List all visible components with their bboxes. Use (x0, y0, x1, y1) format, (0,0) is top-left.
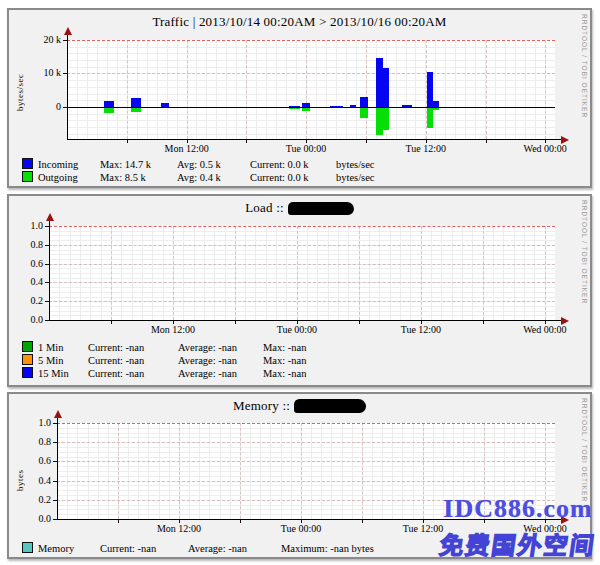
legend-average: Average: -nan (178, 342, 263, 353)
traffic-bar-incoming (376, 58, 383, 107)
x-tick-mark (359, 321, 360, 324)
major-gridline (49, 301, 555, 302)
gridline (57, 433, 555, 434)
gridline (336, 40, 337, 139)
gridline (226, 40, 227, 139)
y-tick-mark (45, 320, 49, 321)
gridline (57, 471, 555, 472)
legend-unit: bytes/sec (336, 159, 375, 170)
major-gridline (187, 40, 188, 139)
y-tick-mark (45, 301, 49, 302)
gridline (57, 457, 555, 458)
gridline (67, 67, 555, 68)
5min-swatch-icon (22, 354, 33, 365)
load-graph-panel: Load :: RRDTOOL / TOBI OETIKER Mon 12:00… (7, 194, 592, 387)
legend-current: Current: -nan (100, 543, 188, 554)
traffic-bar-outgoing (376, 107, 383, 135)
gridline (49, 259, 555, 260)
legend-row-memory: MemoryCurrent: -nanAverage: -nanMaximum:… (22, 542, 374, 554)
y-axis-arrow-icon (54, 410, 62, 418)
x-tick-mark (246, 140, 247, 143)
y-axis-line (57, 418, 58, 519)
legend-max: Max: -nan (263, 342, 306, 353)
major-gridline (545, 40, 546, 139)
y-tick-label: 0.2 (15, 494, 51, 505)
gridline (455, 40, 456, 139)
gridline (256, 40, 257, 139)
major-gridline (246, 40, 247, 139)
legend-row-outgoing: OutgoingMax: 8.5 kAvg: 0.4 kCurrent: 0.0… (22, 171, 375, 183)
gridline (346, 40, 347, 139)
y-tick-label: 0.4 (7, 276, 43, 287)
x-tick-label: Tue 12:00 (388, 324, 454, 335)
gridline (465, 40, 466, 139)
legend-average: Average: -nan (188, 543, 281, 554)
y-tick-mark (53, 481, 57, 482)
x-axis-line (67, 139, 562, 140)
major-gridline (111, 226, 112, 320)
gridline (137, 40, 138, 139)
x-tick-mark (127, 140, 128, 143)
legend-row-15min: 15 MinCurrent: -nanAverage: -nanMax: -na… (22, 367, 306, 379)
gridline (67, 60, 555, 61)
gridline (57, 485, 555, 486)
gridline (67, 134, 555, 135)
legend-series-name: 1 Min (38, 342, 88, 353)
gridline (445, 40, 446, 139)
15min-swatch-icon (22, 367, 33, 378)
legend-avg: Avg: 0.5 k (177, 159, 250, 170)
legend-current: Current: 0.0 k (250, 172, 336, 183)
gridline (505, 40, 506, 139)
major-gridline (297, 226, 298, 320)
traffic-bar-incoming (131, 98, 141, 107)
y-tick-mark (53, 442, 57, 443)
y-tick-label: 1.0 (7, 220, 43, 231)
legend-current: Current: -nan (88, 342, 178, 353)
gridline (286, 40, 287, 139)
memory-title-text: Memory :: (233, 398, 290, 414)
major-gridline (486, 40, 487, 139)
gridline (107, 40, 108, 139)
y-tick-mark (63, 107, 67, 108)
y-tick-mark (45, 245, 49, 246)
major-gridline (366, 40, 367, 139)
gridline (495, 40, 496, 139)
major-gridline (127, 40, 128, 139)
gridline (356, 40, 357, 139)
watermark-site-text: IDC886.com (440, 494, 596, 524)
major-gridline (57, 461, 555, 462)
y-tick-label: 0.6 (7, 258, 43, 269)
watermark: IDC886.com 免费国外空间 (440, 494, 596, 561)
major-gridline (545, 226, 546, 320)
y-tick-mark (53, 519, 57, 520)
memory-graph-title: Memory :: (9, 398, 590, 414)
gridline (67, 127, 555, 128)
upper-limit-line (57, 423, 555, 424)
y-axis-line (49, 221, 50, 320)
gridline (49, 231, 555, 232)
gridline (57, 466, 555, 467)
rrdtool-signature: RRDTOOL / TOBI OETIKER (581, 14, 588, 164)
traffic-bar-outgoing (360, 107, 368, 118)
major-gridline (57, 442, 555, 443)
gridline (49, 297, 555, 298)
incoming-swatch-icon (22, 158, 33, 169)
y-tick-label: 1.0 (15, 417, 51, 428)
y-tick-mark (63, 40, 67, 41)
gridline (57, 476, 555, 477)
major-gridline (118, 423, 119, 519)
gridline (49, 254, 555, 255)
legend-series-name: Incoming (38, 159, 100, 170)
gridline (535, 40, 536, 139)
gridline (49, 287, 555, 288)
gridline (49, 278, 555, 279)
x-tick-label: Tue 12:00 (393, 143, 459, 154)
x-tick-mark (240, 520, 241, 523)
major-gridline (49, 282, 555, 283)
major-gridline (49, 245, 555, 246)
gridline (67, 120, 555, 121)
y-tick-label: 0.6 (15, 455, 51, 466)
gridline (57, 490, 555, 491)
upper-limit-line (49, 226, 555, 227)
gridline (97, 40, 98, 139)
